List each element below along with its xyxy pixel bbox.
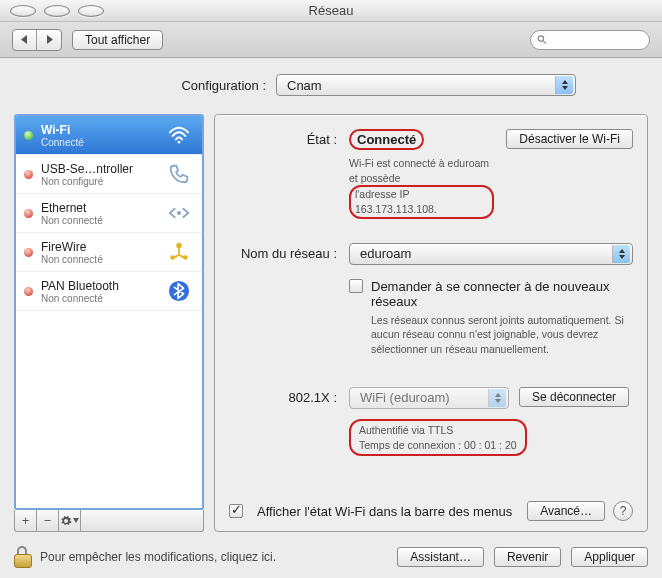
help-button[interactable]: ? [613,501,633,521]
sidebar-item-name: USB-Se…ntroller [41,162,158,176]
select-arrows-icon [612,245,630,263]
state-value: Connecté [349,129,424,150]
nav-forward-button[interactable] [37,30,61,50]
network-name-label: Nom du réseau : [229,243,349,357]
ask-new-networks-checkbox[interactable] [349,279,363,293]
sidebar-item-status: Non connecté [41,215,158,226]
connection-time-text: Temps de connexion : 00 : 01 : 20 [359,439,517,451]
sidebar-item-status: Non configuré [41,176,158,187]
ask-new-networks-desc: Les réseaux connus seront joints automat… [371,313,633,357]
interface-actions-button[interactable] [59,510,81,531]
lock-icon[interactable] [14,546,32,568]
apply-button[interactable]: Appliquer [571,547,648,567]
bluetooth-icon [166,278,192,304]
svg-line-1 [543,41,546,44]
chevron-down-icon [73,518,79,523]
toolbar: Tout afficher [0,22,662,58]
status-dot-error [24,170,33,179]
sidebar-item-usb-controller[interactable]: USB-Se…ntroller Non configuré [16,155,202,194]
interface-sidebar[interactable]: Wi-Fi Connecté USB-Se…ntroller Non confi… [14,114,204,510]
lock-text: Pour empêcher les modifications, cliquez… [40,550,276,564]
titlebar: Réseau [0,0,662,22]
show-wifi-menubar-label: Afficher l'état Wi-Fi dans la barre des … [257,504,512,519]
sidebar-item-status: Non connecté [41,254,158,265]
sidebar-item-name: Wi-Fi [41,123,158,137]
ethernet-icon [166,200,192,226]
svg-point-4 [176,243,182,249]
dot1x-profile-select[interactable]: WiFi (eduroam) [349,387,509,409]
disconnect-button[interactable]: Se déconnecter [519,387,629,407]
search-icon [537,34,547,45]
nav-back-forward [12,29,62,51]
select-arrows-icon [488,389,506,407]
show-wifi-menubar-checkbox[interactable] [229,504,243,518]
wifi-icon [166,122,192,148]
status-dot-error [24,287,33,296]
state-label: État : [229,129,349,219]
phone-icon [166,161,192,187]
dot1x-profile-value: WiFi (eduroam) [360,390,450,405]
configuration-select-value: Cnam [287,78,322,93]
sidebar-item-status: Connecté [41,137,158,148]
show-all-button[interactable]: Tout afficher [72,30,163,50]
svg-point-2 [178,141,181,144]
sidebar-item-firewire[interactable]: FireWire Non connecté [16,233,202,272]
interface-details: État : Connecté Wi-Fi est connecté à edu… [214,114,648,532]
status-dot-error [24,248,33,257]
configuration-select[interactable]: Cnam [276,74,576,96]
sidebar-item-name: FireWire [41,240,158,254]
network-name-select[interactable]: eduroam [349,243,633,265]
add-interface-button[interactable]: + [15,510,37,531]
search-field[interactable] [530,30,650,50]
sidebar-item-name: Ethernet [41,201,158,215]
dot1x-label: 802.1X : [229,387,349,456]
svg-point-3 [178,212,181,215]
sidebar-item-status: Non connecté [41,293,158,304]
nav-back-button[interactable] [13,30,37,50]
state-subtext-1: Wi-Fi est connecté à eduroam et possède [349,157,489,184]
assistant-button[interactable]: Assistant… [397,547,484,567]
toggle-wifi-button[interactable]: Désactiver le Wi-Fi [506,129,633,149]
auth-method-text: Authentifié via TTLS [359,424,453,436]
network-name-value: eduroam [360,246,411,261]
svg-point-0 [538,36,543,41]
advanced-button[interactable]: Avancé… [527,501,605,521]
state-subtext-ip: l'adresse IP 163.173.113.108. [349,185,494,218]
gear-icon [60,515,72,527]
configuration-label: Configuration : [86,78,266,93]
search-input[interactable] [551,33,643,47]
sidebar-item-name: PAN Bluetooth [41,279,158,293]
revert-button[interactable]: Revenir [494,547,561,567]
status-dot-connected [24,131,33,140]
window-title: Réseau [0,3,662,18]
remove-interface-button[interactable]: − [37,510,59,531]
ask-new-networks-title: Demander à se connecter à de nouveaux ré… [371,279,633,309]
status-dot-error [24,209,33,218]
select-arrows-icon [555,76,573,94]
firewire-icon [166,239,192,265]
sidebar-item-wifi[interactable]: Wi-Fi Connecté [16,116,202,155]
sidebar-item-bluetooth-pan[interactable]: PAN Bluetooth Non connecté [16,272,202,311]
sidebar-item-ethernet[interactable]: Ethernet Non connecté [16,194,202,233]
